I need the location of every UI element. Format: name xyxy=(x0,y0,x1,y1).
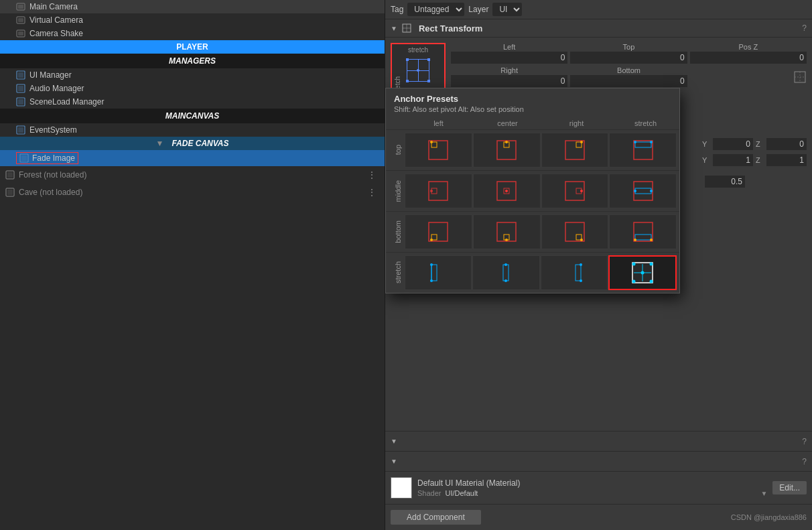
cube-icon-5 xyxy=(19,153,29,163)
help-icon-3[interactable]: ? xyxy=(802,457,807,466)
z-input-2[interactable] xyxy=(766,154,807,166)
edit-button[interactable]: Edit... xyxy=(772,481,807,494)
help-icon[interactable]: ? xyxy=(802,23,807,33)
field-left: Left xyxy=(451,43,567,64)
rect-transform-title: Rect Transform xyxy=(419,23,798,34)
svg-point-69 xyxy=(430,279,433,282)
item-label: SceneLoad Manager xyxy=(29,97,104,107)
svg-rect-71 xyxy=(503,265,509,281)
posz-input[interactable] xyxy=(690,52,807,64)
svg-point-72 xyxy=(504,263,507,266)
pivot-row xyxy=(702,176,807,188)
shader-label: Shader xyxy=(417,489,441,497)
stretch-icon xyxy=(793,70,807,84)
preset-cell-bottom-center[interactable] xyxy=(473,214,541,249)
item-label: UI Manager xyxy=(29,70,72,80)
svg-rect-15 xyxy=(21,155,27,161)
preset-cell-stretch-left[interactable] xyxy=(405,255,472,290)
hierarchy-item-cave[interactable]: Cave (not loaded) ⋮ xyxy=(0,184,385,201)
z-input-1[interactable] xyxy=(766,138,807,150)
preset-cell-stretch-right[interactable] xyxy=(541,255,608,290)
right-fields: Left Top Pos Z Right xyxy=(451,43,807,87)
rect-transform-header[interactable]: ▼ Rect Transform ? xyxy=(385,19,812,38)
col-hdr-left: left xyxy=(405,117,472,129)
item-label: Forest (not loaded) xyxy=(19,170,86,180)
context-menu-dots[interactable]: ⋮ xyxy=(364,168,379,182)
svg-point-64 xyxy=(650,239,653,241)
preset-row-middle: middle xyxy=(386,170,679,211)
row-label-stretch: stretch xyxy=(386,259,402,286)
hierarchy-item-audio-manager[interactable]: Audio Manager xyxy=(0,82,385,95)
field-row-2: Right Bottom xyxy=(451,66,807,87)
field-bottom: Bottom xyxy=(570,66,687,87)
help-icon-2[interactable]: ? xyxy=(802,437,807,446)
z-label-1: Z xyxy=(756,140,764,148)
svg-rect-75 xyxy=(576,265,581,281)
bottom-input[interactable] xyxy=(570,75,687,87)
preset-cell-middle-left[interactable] xyxy=(405,174,472,208)
hierarchy-item-ui-manager[interactable]: UI Manager xyxy=(0,68,385,82)
right-label: Right xyxy=(451,66,567,74)
foldout-arrow: ▼ xyxy=(155,139,163,148)
context-menu-dots-2[interactable]: ⋮ xyxy=(364,186,379,199)
tag-layer-row: Tag Untagged Layer UI xyxy=(385,0,812,19)
foldout-arrow: ▼ xyxy=(391,25,397,32)
field-posz: Pos Z xyxy=(690,43,807,64)
hierarchy-item-eventsystem[interactable]: EventSystem xyxy=(0,123,385,137)
tag-dropdown[interactable]: Untagged xyxy=(407,3,464,16)
material-info: Default UI Material (Material) Shader UI… xyxy=(417,478,767,497)
cube-icon-7 xyxy=(5,188,15,197)
preset-cell-top-center[interactable] xyxy=(473,133,541,168)
hierarchy-item-forest[interactable]: Forest (not loaded) ⋮ xyxy=(0,166,385,184)
preset-cell-middle-center[interactable] xyxy=(473,174,541,208)
cube-icon-6 xyxy=(5,170,15,180)
middle-cells xyxy=(402,171,679,211)
svg-rect-49 xyxy=(635,188,651,194)
y-input-2[interactable] xyxy=(713,154,753,166)
section-foldout-2[interactable]: ▼ ? xyxy=(385,431,812,451)
hierarchy-item-camera-shake[interactable]: Camera Shake xyxy=(0,27,385,40)
hierarchy-item-main-camera[interactable]: Main Camera xyxy=(0,0,385,13)
top-input[interactable] xyxy=(570,52,687,64)
preset-cell-bottom-stretch[interactable] xyxy=(609,214,677,249)
preset-cell-stretch-center[interactable] xyxy=(472,255,539,290)
header-label: FADE CANVAS xyxy=(172,139,228,148)
corner-tr xyxy=(427,58,430,61)
preset-cell-top-left[interactable] xyxy=(405,133,472,168)
tag-label: Tag xyxy=(391,5,403,14)
corner-tl xyxy=(406,58,409,61)
section-foldout-3[interactable]: ▼ ? xyxy=(385,451,812,471)
field-row-1: Left Top Pos Z xyxy=(451,43,807,64)
preset-cell-stretch-stretch[interactable] xyxy=(608,255,677,290)
svg-point-38 xyxy=(650,141,653,143)
add-component-button[interactable]: Add Component xyxy=(391,510,481,525)
hierarchy-item-sceneload-manager[interactable]: SceneLoad Manager xyxy=(0,95,385,109)
preset-cell-top-stretch[interactable] xyxy=(609,133,677,168)
svg-rect-9 xyxy=(18,86,23,91)
v-line xyxy=(418,60,419,81)
stretch-cells xyxy=(402,253,679,293)
preset-cell-top-right[interactable] xyxy=(541,133,609,168)
shader-value: UI/Default xyxy=(445,489,756,497)
y-input-1[interactable] xyxy=(713,138,753,150)
preset-cell-bottom-left[interactable] xyxy=(405,214,472,249)
anchor-presets-popup: Anchor Presets Shift: Also set pivot Alt… xyxy=(385,88,680,293)
preset-cell-bottom-right[interactable] xyxy=(541,214,609,249)
pivot-x-input[interactable] xyxy=(705,176,745,188)
left-input[interactable] xyxy=(451,52,567,64)
hierarchy-item-fade-image[interactable]: Fade Image xyxy=(0,150,385,166)
hierarchy-header-player[interactable]: PLAYER xyxy=(0,40,385,54)
bottom-cells xyxy=(402,212,679,252)
item-label: EventSystem xyxy=(29,125,77,135)
right-input[interactable] xyxy=(451,75,567,87)
svg-point-85 xyxy=(640,271,644,275)
svg-rect-3 xyxy=(18,18,23,22)
svg-rect-17 xyxy=(7,172,13,178)
svg-point-76 xyxy=(580,263,582,266)
hierarchy-item-virtual-camera[interactable]: Virtual Camera xyxy=(0,13,385,27)
svg-rect-66 xyxy=(431,265,437,281)
field-top: Top xyxy=(570,43,687,64)
layer-dropdown[interactable]: UI xyxy=(492,3,522,16)
preset-cell-middle-right[interactable] xyxy=(541,174,609,208)
preset-cell-middle-stretch[interactable] xyxy=(609,174,677,208)
